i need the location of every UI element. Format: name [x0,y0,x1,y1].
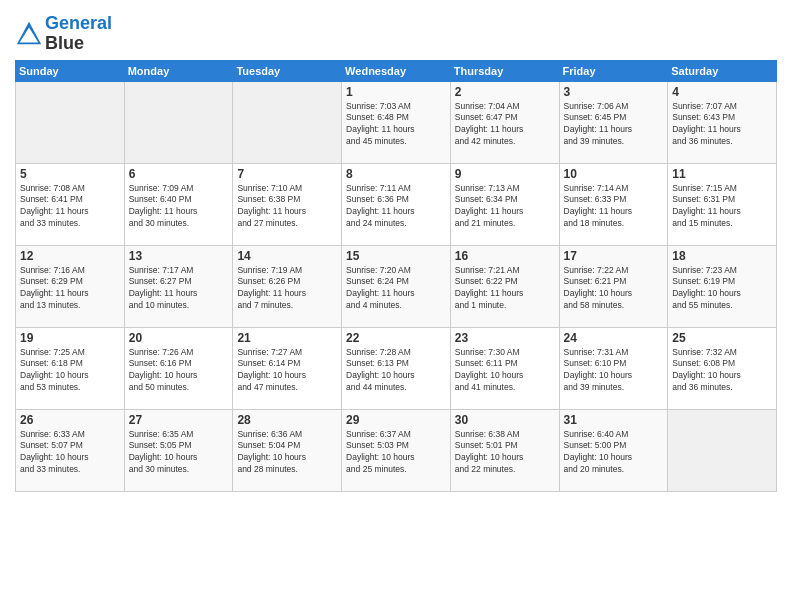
calendar-day-cell: 2Sunrise: 7:04 AM Sunset: 6:47 PM Daylig… [450,81,559,163]
day-number: 1 [346,85,446,99]
calendar-day-cell: 22Sunrise: 7:28 AM Sunset: 6:13 PM Dayli… [342,327,451,409]
calendar-day-cell: 25Sunrise: 7:32 AM Sunset: 6:08 PM Dayli… [668,327,777,409]
calendar-day-cell: 26Sunrise: 6:33 AM Sunset: 5:07 PM Dayli… [16,409,125,491]
calendar-day-cell: 19Sunrise: 7:25 AM Sunset: 6:18 PM Dayli… [16,327,125,409]
calendar-day-cell: 6Sunrise: 7:09 AM Sunset: 6:40 PM Daylig… [124,163,233,245]
day-of-week-header: Thursday [450,60,559,81]
day-info: Sunrise: 7:20 AM Sunset: 6:24 PM Dayligh… [346,265,446,313]
calendar-day-cell: 10Sunrise: 7:14 AM Sunset: 6:33 PM Dayli… [559,163,668,245]
day-number: 4 [672,85,772,99]
logo-icon [15,20,43,48]
day-info: Sunrise: 7:26 AM Sunset: 6:16 PM Dayligh… [129,347,229,395]
day-info: Sunrise: 6:36 AM Sunset: 5:04 PM Dayligh… [237,429,337,477]
calendar-day-cell: 27Sunrise: 6:35 AM Sunset: 5:05 PM Dayli… [124,409,233,491]
day-info: Sunrise: 7:25 AM Sunset: 6:18 PM Dayligh… [20,347,120,395]
day-of-week-header: Saturday [668,60,777,81]
calendar-day-cell: 29Sunrise: 6:37 AM Sunset: 5:03 PM Dayli… [342,409,451,491]
calendar-day-cell: 3Sunrise: 7:06 AM Sunset: 6:45 PM Daylig… [559,81,668,163]
day-info: Sunrise: 7:27 AM Sunset: 6:14 PM Dayligh… [237,347,337,395]
day-number: 5 [20,167,120,181]
day-info: Sunrise: 7:11 AM Sunset: 6:36 PM Dayligh… [346,183,446,231]
day-info: Sunrise: 6:38 AM Sunset: 5:01 PM Dayligh… [455,429,555,477]
calendar-day-cell: 17Sunrise: 7:22 AM Sunset: 6:21 PM Dayli… [559,245,668,327]
day-number: 15 [346,249,446,263]
day-info: Sunrise: 7:15 AM Sunset: 6:31 PM Dayligh… [672,183,772,231]
calendar-day-cell: 30Sunrise: 6:38 AM Sunset: 5:01 PM Dayli… [450,409,559,491]
day-info: Sunrise: 7:14 AM Sunset: 6:33 PM Dayligh… [564,183,664,231]
day-info: Sunrise: 6:40 AM Sunset: 5:00 PM Dayligh… [564,429,664,477]
day-of-week-header: Tuesday [233,60,342,81]
calendar-day-cell: 14Sunrise: 7:19 AM Sunset: 6:26 PM Dayli… [233,245,342,327]
day-number: 7 [237,167,337,181]
day-number: 18 [672,249,772,263]
day-number: 2 [455,85,555,99]
calendar-day-cell: 18Sunrise: 7:23 AM Sunset: 6:19 PM Dayli… [668,245,777,327]
day-info: Sunrise: 7:31 AM Sunset: 6:10 PM Dayligh… [564,347,664,395]
calendar-day-cell: 15Sunrise: 7:20 AM Sunset: 6:24 PM Dayli… [342,245,451,327]
day-number: 30 [455,413,555,427]
day-number: 26 [20,413,120,427]
day-number: 25 [672,331,772,345]
calendar-day-cell: 7Sunrise: 7:10 AM Sunset: 6:38 PM Daylig… [233,163,342,245]
calendar-day-cell: 13Sunrise: 7:17 AM Sunset: 6:27 PM Dayli… [124,245,233,327]
calendar-day-cell: 9Sunrise: 7:13 AM Sunset: 6:34 PM Daylig… [450,163,559,245]
day-number: 19 [20,331,120,345]
day-number: 21 [237,331,337,345]
calendar-day-cell: 16Sunrise: 7:21 AM Sunset: 6:22 PM Dayli… [450,245,559,327]
day-info: Sunrise: 7:10 AM Sunset: 6:38 PM Dayligh… [237,183,337,231]
calendar-day-cell: 1Sunrise: 7:03 AM Sunset: 6:48 PM Daylig… [342,81,451,163]
day-info: Sunrise: 7:04 AM Sunset: 6:47 PM Dayligh… [455,101,555,149]
calendar-day-cell: 31Sunrise: 6:40 AM Sunset: 5:00 PM Dayli… [559,409,668,491]
calendar-day-cell: 23Sunrise: 7:30 AM Sunset: 6:11 PM Dayli… [450,327,559,409]
day-info: Sunrise: 7:09 AM Sunset: 6:40 PM Dayligh… [129,183,229,231]
day-number: 28 [237,413,337,427]
day-info: Sunrise: 7:07 AM Sunset: 6:43 PM Dayligh… [672,101,772,149]
logo-text: GeneralBlue [45,14,112,54]
calendar-day-cell: 5Sunrise: 7:08 AM Sunset: 6:41 PM Daylig… [16,163,125,245]
day-info: Sunrise: 6:33 AM Sunset: 5:07 PM Dayligh… [20,429,120,477]
day-number: 17 [564,249,664,263]
day-number: 22 [346,331,446,345]
calendar-week-row: 19Sunrise: 7:25 AM Sunset: 6:18 PM Dayli… [16,327,777,409]
day-number: 23 [455,331,555,345]
day-info: Sunrise: 7:32 AM Sunset: 6:08 PM Dayligh… [672,347,772,395]
day-info: Sunrise: 7:17 AM Sunset: 6:27 PM Dayligh… [129,265,229,313]
day-info: Sunrise: 7:06 AM Sunset: 6:45 PM Dayligh… [564,101,664,149]
calendar-week-row: 26Sunrise: 6:33 AM Sunset: 5:07 PM Dayli… [16,409,777,491]
day-info: Sunrise: 7:28 AM Sunset: 6:13 PM Dayligh… [346,347,446,395]
calendar-day-cell: 28Sunrise: 6:36 AM Sunset: 5:04 PM Dayli… [233,409,342,491]
day-number: 20 [129,331,229,345]
calendar-day-cell: 12Sunrise: 7:16 AM Sunset: 6:29 PM Dayli… [16,245,125,327]
day-number: 9 [455,167,555,181]
calendar-day-cell: 21Sunrise: 7:27 AM Sunset: 6:14 PM Dayli… [233,327,342,409]
calendar-week-row: 1Sunrise: 7:03 AM Sunset: 6:48 PM Daylig… [16,81,777,163]
day-number: 31 [564,413,664,427]
day-info: Sunrise: 7:19 AM Sunset: 6:26 PM Dayligh… [237,265,337,313]
day-number: 16 [455,249,555,263]
day-info: Sunrise: 7:30 AM Sunset: 6:11 PM Dayligh… [455,347,555,395]
calendar-header-row: SundayMondayTuesdayWednesdayThursdayFrid… [16,60,777,81]
calendar-day-cell [668,409,777,491]
day-info: Sunrise: 7:23 AM Sunset: 6:19 PM Dayligh… [672,265,772,313]
day-info: Sunrise: 7:21 AM Sunset: 6:22 PM Dayligh… [455,265,555,313]
calendar-day-cell [124,81,233,163]
calendar-week-row: 5Sunrise: 7:08 AM Sunset: 6:41 PM Daylig… [16,163,777,245]
day-info: Sunrise: 7:16 AM Sunset: 6:29 PM Dayligh… [20,265,120,313]
calendar-container: GeneralBlue SundayMondayTuesdayWednesday… [0,0,792,502]
day-info: Sunrise: 7:08 AM Sunset: 6:41 PM Dayligh… [20,183,120,231]
calendar-day-cell [233,81,342,163]
day-number: 6 [129,167,229,181]
day-number: 27 [129,413,229,427]
day-number: 11 [672,167,772,181]
logo: GeneralBlue [15,14,112,54]
calendar-header: GeneralBlue [15,10,777,54]
day-number: 14 [237,249,337,263]
calendar-day-cell: 11Sunrise: 7:15 AM Sunset: 6:31 PM Dayli… [668,163,777,245]
calendar-day-cell: 8Sunrise: 7:11 AM Sunset: 6:36 PM Daylig… [342,163,451,245]
day-info: Sunrise: 6:35 AM Sunset: 5:05 PM Dayligh… [129,429,229,477]
day-of-week-header: Monday [124,60,233,81]
calendar-day-cell: 24Sunrise: 7:31 AM Sunset: 6:10 PM Dayli… [559,327,668,409]
day-info: Sunrise: 7:13 AM Sunset: 6:34 PM Dayligh… [455,183,555,231]
day-of-week-header: Friday [559,60,668,81]
calendar-day-cell [16,81,125,163]
